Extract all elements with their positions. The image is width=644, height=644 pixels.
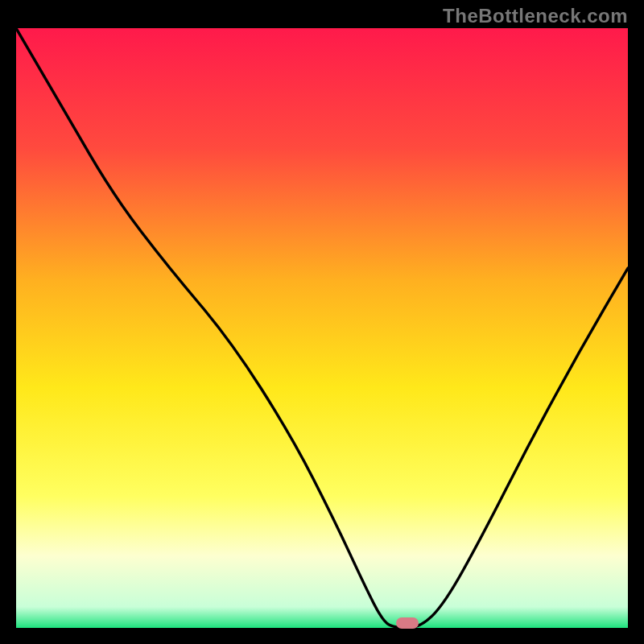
chart-frame: TheBottleneck.com: [0, 0, 644, 644]
optimal-marker: [396, 617, 419, 629]
watermark-text: TheBottleneck.com: [443, 5, 628, 27]
plot-area: [16, 28, 628, 628]
bottleneck-curve: [16, 28, 628, 628]
